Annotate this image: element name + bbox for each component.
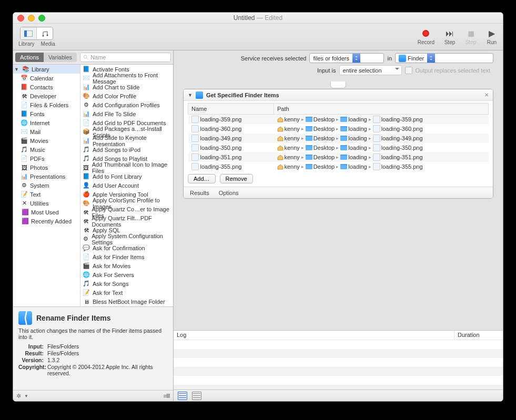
category-item[interactable]: ✉️Mail	[13, 127, 80, 136]
step-button[interactable]: ⏭Step	[444, 29, 456, 45]
category-item[interactable]: 📕Contacts	[13, 83, 80, 91]
sidebar-icon	[24, 30, 33, 37]
action-item[interactable]: 📝Ask for Text	[80, 288, 173, 297]
col-name[interactable]: Name	[188, 104, 274, 115]
category-item[interactable]: 🎬Movies	[13, 136, 80, 145]
tab-variables[interactable]: Variables	[44, 53, 77, 62]
action-item[interactable]: 🌐Ask For Servers	[80, 270, 173, 279]
folder-icon	[306, 164, 312, 169]
action-item[interactable]: 🎨Add Color Profile	[80, 91, 173, 100]
file-icon	[373, 153, 380, 161]
music-icon	[41, 30, 48, 37]
workflow-pane: Service receives selected files or folde…	[174, 50, 503, 401]
folder-icon	[340, 117, 347, 122]
disclosure-triangle[interactable]: ▼	[188, 93, 193, 98]
folder-icon	[306, 155, 312, 160]
library-footer: ✲ ▼ ≡Ⅲ	[13, 390, 173, 401]
search-input[interactable]: Name	[80, 53, 171, 62]
options-tab[interactable]: Options	[219, 190, 239, 196]
media-toggle[interactable]	[37, 27, 53, 39]
file-icon	[191, 125, 199, 132]
category-item[interactable]: 📊Presentations	[13, 172, 80, 181]
action-item[interactable]: 📄Ask for Finder Items	[80, 252, 173, 261]
log-col-log[interactable]: Log	[174, 331, 454, 340]
folder-icon	[340, 155, 347, 160]
action-list[interactable]: 📘Activate Fonts✉️Add Attachments to Fron…	[80, 65, 173, 306]
file-icon	[191, 116, 199, 123]
action-item[interactable]: 🖼Add Thumbnail Icon to Image Files	[80, 163, 173, 172]
category-item[interactable]: ▼📚Library	[13, 65, 80, 74]
category-item[interactable]: 🟪Recently Added	[13, 217, 80, 226]
category-list[interactable]: ▼📚Library📅Calendar📕Contacts🛠Developer📄Fi…	[13, 65, 80, 306]
close-action-button[interactable]: ✕	[484, 92, 489, 98]
svg-rect-1	[24, 30, 27, 37]
run-button[interactable]: ▶Run	[486, 29, 498, 45]
action-title: Get Specified Finder Items	[206, 92, 279, 98]
input-is-label: Input is	[317, 67, 336, 74]
action-item[interactable]: ⚙Add Configuration Profiles	[80, 100, 173, 109]
stop-icon: ◼	[465, 29, 477, 38]
file-icon	[191, 144, 199, 151]
file-icon	[191, 135, 199, 142]
category-item[interactable]: 📄Files & Folders	[13, 100, 80, 109]
category-item[interactable]: ✕Utilities	[13, 199, 80, 208]
view-log-button[interactable]	[192, 392, 201, 400]
category-item[interactable]: 🖼Photos	[13, 163, 80, 172]
category-item[interactable]: 📝Text	[13, 190, 80, 199]
gear-icon[interactable]: ✲	[16, 393, 21, 399]
action-item[interactable]: 🛠Apply Quartz Filt…PDF Documents	[80, 217, 173, 226]
category-item[interactable]: 📘Fonts	[13, 109, 80, 118]
category-item[interactable]: 🛠Developer	[13, 91, 80, 100]
category-item[interactable]: 📄PDFs	[13, 154, 80, 163]
file-icon	[373, 144, 380, 151]
description-title: Rename Finder Items	[36, 314, 111, 322]
table-row[interactable]: loading-355.png kenny▸ Desktop▸ loading▸…	[188, 162, 489, 171]
action-item[interactable]: 📊Add File To Slide	[80, 109, 173, 118]
folder-icon	[340, 164, 347, 169]
folder-icon	[340, 136, 347, 141]
table-row[interactable]: loading-351.png kenny▸ Desktop▸ loading▸…	[188, 152, 489, 162]
category-item[interactable]: 📅Calendar	[13, 74, 80, 83]
library-pane: Actions Variables Name ▼📚Library📅Calenda…	[13, 50, 174, 401]
remove-button[interactable]: Remove	[220, 174, 253, 183]
view-workflow-button[interactable]	[178, 392, 187, 400]
action-item[interactable]: 🎬Ask for Movies	[80, 261, 173, 270]
category-item[interactable]: 🌐Internet	[13, 118, 80, 127]
library-tabs[interactable]: Actions Variables	[15, 53, 77, 62]
action-item[interactable]: ⚙Apply System Configuration Settings	[80, 234, 173, 243]
table-row[interactable]: loading-360.png kenny▸ Desktop▸ loading▸…	[188, 124, 489, 134]
tab-actions[interactable]: Actions	[15, 53, 44, 62]
action-item[interactable]: 🖥Bless NetBoot Image Folder	[80, 297, 173, 306]
category-item[interactable]: ⚙System	[13, 181, 80, 190]
action-item[interactable]: 👤Add User Account	[80, 181, 173, 190]
category-item[interactable]: 🟪Most Used	[13, 208, 80, 217]
action-item[interactable]: 📊Add Slide to Keynote Presentation	[80, 136, 173, 145]
results-tab[interactable]: Results	[190, 190, 209, 196]
log-pane: Log Duration	[174, 330, 503, 390]
toolbar: Library Media Record ⏭Step ◼Stop ▶Run	[13, 24, 503, 50]
chevron-down-icon[interactable]: ▼	[24, 394, 28, 398]
output-replaces-label: Output replaces selected text	[416, 67, 490, 74]
media-label: Media	[41, 41, 55, 47]
table-row[interactable]: loading-359.png kenny▸ Desktop▸ loading▸…	[188, 115, 489, 125]
table-row[interactable]: loading-350.png kenny▸ Desktop▸ loading▸…	[188, 143, 489, 152]
library-toggle[interactable]	[21, 27, 37, 39]
service-app-select[interactable]: Finder	[395, 53, 493, 63]
service-type-select[interactable]: files or folders	[309, 53, 384, 63]
col-path[interactable]: Path	[274, 104, 489, 115]
add-button[interactable]: Add…	[188, 174, 216, 183]
workflow-canvas[interactable]: ▼ Get Specified Finder Items ✕ Name Path…	[174, 89, 503, 330]
category-item[interactable]: 🎵Music	[13, 145, 80, 154]
table-row[interactable]: loading-349.png kenny▸ Desktop▸ loading▸…	[188, 134, 489, 143]
action-card-get-finder-items: ▼ Get Specified Finder Items ✕ Name Path…	[183, 89, 493, 199]
files-table[interactable]: Name Path loading-359.png kenny▸ Desktop…	[188, 103, 489, 171]
resize-handle[interactable]: ≡Ⅲ	[164, 393, 170, 399]
input-is-select[interactable]: entire selection	[339, 65, 402, 75]
stop-button[interactable]: ◼Stop	[465, 29, 477, 45]
file-icon	[373, 135, 380, 142]
action-item[interactable]: ✉️Add Attachments to Front Message	[80, 74, 173, 83]
action-item[interactable]: 🎵Ask for Songs	[80, 279, 173, 288]
log-col-duration[interactable]: Duration	[454, 331, 503, 340]
record-button[interactable]: Record	[418, 29, 434, 45]
file-icon	[191, 163, 199, 170]
